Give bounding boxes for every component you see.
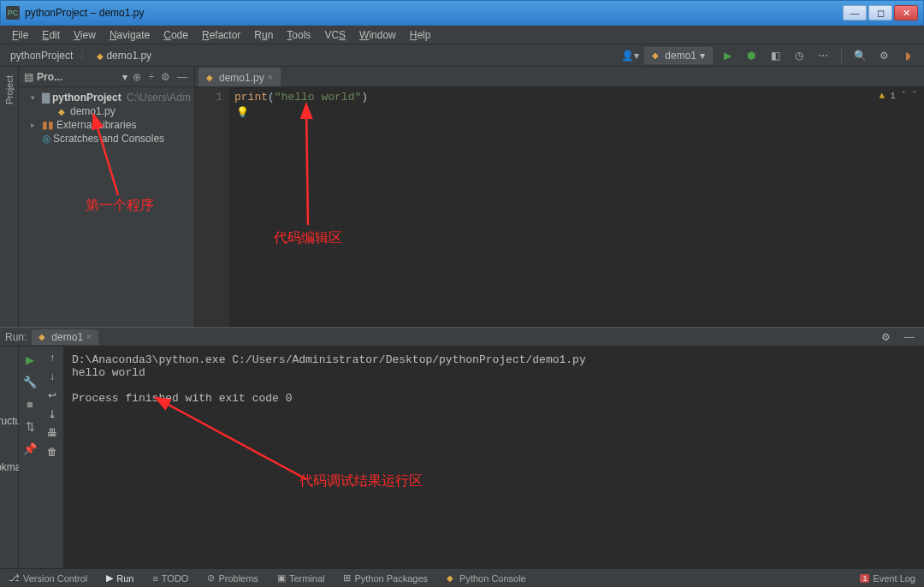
tab-terminal[interactable]: ▣Terminal [274,571,329,585]
left-tool-gutter-lower: Structure Bookmarks [0,347,19,568]
tab-run[interactable]: ▶Run [103,571,137,585]
tab-problems[interactable]: ⊘Problems [204,571,261,585]
run-output[interactable]: D:\Anaconda3\python.exe C:/Users/Adminis… [63,347,924,568]
code-token-punct: ( [268,91,275,104]
menu-bar: File Edit View Navigate Code Refactor Ru… [0,26,924,44]
project-tool-tab[interactable]: Project [3,70,16,110]
layout-icon[interactable]: ⇅ [22,418,38,434]
run-config-dropdown[interactable]: ◆ demo1 ▾ [644,47,713,64]
settings-button[interactable]: ⚙ [874,46,893,65]
expand-icon[interactable]: ⊕ [131,71,143,83]
play-icon: ▶ [106,572,113,584]
menu-vcs[interactable]: VCS [317,27,352,43]
user-icon[interactable]: 👤▾ [620,46,639,65]
menu-tools[interactable]: Tools [280,27,317,43]
intention-bulb-icon[interactable]: 💡 [236,106,249,119]
rerun-button[interactable]: ▶ [22,352,38,367]
folder-icon: ▇ [42,92,50,104]
collapse-icon[interactable]: ÷ [146,71,156,83]
tab-python-packages[interactable]: ⊞Python Packages [340,571,431,585]
menu-file[interactable]: File [5,27,35,43]
print-icon[interactable]: 🖶 [47,427,57,439]
project-panel-title[interactable]: Pro... [37,71,119,83]
chevron-down-icon[interactable]: ▾ [122,71,127,83]
project-panel-header: ▤ Pro... ▾ ⊕ ÷ ⚙ — [19,67,194,87]
run-panel-label: Run: [5,331,27,343]
stop-button[interactable]: ■ [22,396,38,412]
tree-external-libs[interactable]: ▸ ▮▮ External Libraries [19,118,194,132]
down-icon[interactable]: ↓ [50,371,55,382]
editor-inspections[interactable]: ▲ 1 ˆ ˇ [880,91,917,101]
chevron-down-icon: ▾ [31,93,39,102]
maximize-button[interactable]: ◻ [868,5,892,21]
trash-icon[interactable]: 🗑 [47,446,57,458]
tree-project-root[interactable]: ▾ ▇ pythonProject C:\Users\Adm [19,91,194,104]
menu-run[interactable]: Run [247,27,280,43]
editor-tab-label: demo1.py [219,72,264,84]
tab-version-control[interactable]: ⎇Version Control [5,571,91,585]
search-button[interactable]: 🔍 [850,46,869,65]
breadcrumb-file[interactable]: ◆demo1.py [93,49,155,62]
menu-view[interactable]: View [67,27,103,43]
pin-icon[interactable]: 📌 [22,441,38,456]
profile-button[interactable]: ◷ [790,46,808,65]
separator [841,49,842,62]
menu-code[interactable]: Code [157,27,195,43]
tab-event-log[interactable]: 1Event Log [856,572,919,585]
new-ui-button[interactable]: ◗ [898,46,917,65]
tree-label: Scratches and Consoles [53,133,164,145]
chevron-up-icon[interactable]: ˆ [901,91,907,101]
code-token-string: "hello world" [275,91,361,104]
coverage-button[interactable]: ◧ [766,46,785,65]
editor-body[interactable]: 1 print("hello world") 💡 ▲ 1 ˆ ˇ [195,87,924,327]
wrench-icon[interactable]: 🔧 [22,374,38,389]
debug-button[interactable]: ⬢ [742,46,761,65]
vcs-icon: ⎇ [9,572,20,584]
run-config-label: demo1 [665,50,696,62]
close-button[interactable]: ✕ [894,5,918,21]
warning-count: 1 [890,91,896,101]
window-title: pythonProject – demo1.py [25,7,841,19]
editor-tab-demo1[interactable]: ◆ demo1.py × [198,68,281,86]
code-token-fn: print [234,91,268,104]
menu-help[interactable]: Help [403,27,438,43]
code-token-punct: ) [361,91,368,104]
tab-todo[interactable]: ≡TODO [149,572,192,585]
tree-label: demo1.py [70,105,116,117]
library-icon: ▮▮ [42,119,54,131]
run-tab-demo1[interactable]: ◆ demo1 × [32,329,98,345]
run-toolbar-left2: ↑ ↓ ↩ ⤓ 🖶 🗑 [41,347,63,568]
run-settings-icon[interactable]: ⚙ [876,328,895,347]
minimize-button[interactable]: — [843,5,867,21]
warning-icon: ▲ [880,91,886,101]
close-tab-icon[interactable]: × [268,73,273,82]
menu-navigate[interactable]: Navigate [103,27,157,43]
chevron-down-icon[interactable]: ˇ [911,91,917,101]
project-scope-icon: ▤ [24,71,33,83]
python-file-icon: ◆ [58,107,65,116]
up-icon[interactable]: ↑ [50,352,55,364]
project-tree: ▾ ▇ pythonProject C:\Users\Adm ◆ demo1.p… [19,87,194,149]
event-count-badge: 1 [860,574,869,583]
tree-scratches[interactable]: ◎ Scratches and Consoles [19,132,194,145]
run-button[interactable]: ▶ [718,46,737,65]
python-file-icon: ◆ [206,73,213,82]
breadcrumb-project[interactable]: pythonProject [7,49,76,62]
tab-python-console[interactable]: ◆Python Console [443,572,530,585]
close-tab-icon[interactable]: × [86,332,92,341]
menu-edit[interactable]: Edit [35,27,67,43]
tree-file-demo1[interactable]: ◆ demo1.py [19,104,194,118]
settings-icon[interactable]: ⚙ [159,71,172,83]
softwrap-icon[interactable]: ↩ [48,389,56,401]
menu-refactor[interactable]: Refactor [195,27,247,43]
more-button[interactable]: ⋯ [814,46,832,65]
hide-icon[interactable]: — [175,71,189,83]
run-panel-body: Structure Bookmarks ▶ 🔧 ■ ⇅ 📌 ↑ ↓ ↩ ⤓ 🖶 … [0,347,924,568]
tree-path: C:\Users\Adm [124,92,191,104]
menu-window[interactable]: Window [352,27,403,43]
scroll-icon[interactable]: ⤓ [48,408,56,420]
hide-panel-icon[interactable]: — [900,328,919,347]
editor-tabs: ◆ demo1.py × [195,67,924,87]
project-panel: ▤ Pro... ▾ ⊕ ÷ ⚙ — ▾ ▇ pythonProject C:\… [19,67,195,327]
code-content[interactable]: print("hello world") 💡 [229,87,924,327]
